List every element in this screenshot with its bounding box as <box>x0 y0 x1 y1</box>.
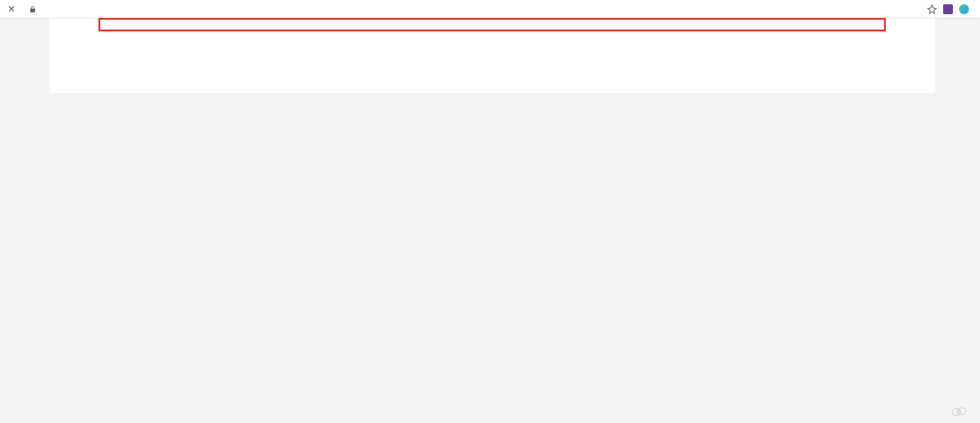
lock-icon <box>29 6 36 13</box>
page-content <box>49 18 935 93</box>
bookmark-star-icon[interactable] <box>927 4 937 14</box>
highlighted-download-box <box>98 18 886 31</box>
close-icon[interactable]: ✕ <box>5 3 23 15</box>
browser-address-bar: ✕ <box>0 0 980 18</box>
extension-icon-purple[interactable] <box>943 4 953 14</box>
extension-icon-teal[interactable] <box>959 4 969 14</box>
browser-extension-tray <box>927 4 975 14</box>
